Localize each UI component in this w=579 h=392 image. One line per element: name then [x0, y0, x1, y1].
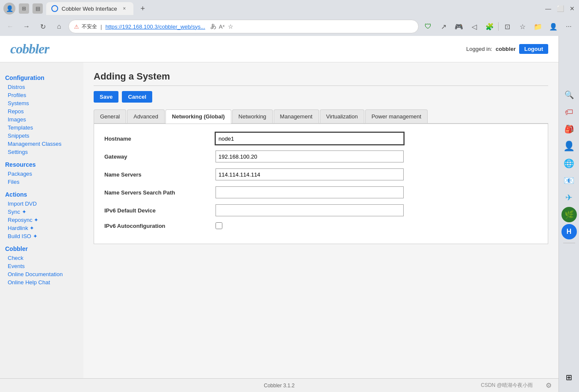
side-telegram-icon[interactable]: ✈	[561, 190, 577, 205]
sidebar-item-check[interactable]: Check	[5, 254, 78, 262]
side-blue-icon[interactable]: H	[561, 224, 577, 239]
sidebar-item-online-help-chat[interactable]: Online Help Chat	[5, 278, 78, 286]
side-bottom-icon1[interactable]: ⊞	[561, 370, 577, 385]
tab-power-management[interactable]: Power management	[365, 109, 428, 123]
action-buttons: Save Cancel	[94, 91, 548, 103]
footer-attribution: CSDN @晴湖今夜小雨	[481, 382, 533, 389]
toolbar-divider	[498, 22, 499, 31]
security-warning-icon: ⚠	[74, 24, 79, 30]
hostname-row: Hostname	[104, 133, 538, 144]
browser-tab[interactable]: Cobbler Web Interface ×	[46, 2, 133, 15]
extensions-icon[interactable]: ⊞	[19, 3, 29, 14]
ipv6-default-device-row: IPv6 Default Device	[104, 204, 538, 216]
form-panel: Hostname Gateway Name Servers Na	[94, 124, 548, 244]
hostname-input[interactable]	[216, 133, 404, 144]
sidebar-item-management-classes[interactable]: Management Classes	[5, 140, 78, 148]
sidebar-cobbler-title: Cobbler	[5, 245, 78, 252]
sidebar-item-import-dvd[interactable]: Import DVD	[5, 200, 78, 208]
side-bottom-icon2[interactable]: ↗	[561, 387, 577, 392]
tab-virtualization[interactable]: Virtualization	[320, 109, 364, 123]
name-servers-search-path-label: Name Servers Search Path	[104, 189, 216, 196]
sidebar-item-images[interactable]: Images	[5, 115, 78, 124]
side-color-icon[interactable]: 🏷	[561, 104, 577, 120]
sidebar-item-build-iso[interactable]: Build ISO ✦	[5, 232, 78, 240]
tab-networking[interactable]: Networking	[232, 109, 273, 123]
split-view-icon[interactable]: ⊡	[500, 20, 514, 33]
extensions-button[interactable]: 🧩	[483, 20, 496, 33]
side-user-icon[interactable]: 👤	[561, 139, 577, 154]
sidebar-item-events[interactable]: Events	[5, 262, 78, 270]
name-servers-label: Name Servers	[104, 171, 216, 178]
home-button[interactable]: ⌂	[52, 20, 66, 33]
tabs-bar: General Advanced Networking (Global) Net…	[94, 109, 548, 124]
refresh-button[interactable]: ↻	[36, 20, 50, 33]
translate-icon[interactable]: あ	[210, 23, 216, 30]
name-servers-search-path-input[interactable]	[216, 186, 404, 198]
minimize-button[interactable]: —	[545, 5, 552, 12]
sidebar-item-packages[interactable]: Packages	[5, 170, 78, 178]
new-tab-button[interactable]: +	[137, 3, 149, 15]
forward-button[interactable]: →	[20, 20, 33, 33]
footer-gear-icon[interactable]: ⚙	[546, 381, 552, 389]
cancel-button[interactable]: Cancel	[122, 91, 152, 103]
browser-action-3[interactable]: ◁	[467, 20, 481, 33]
side-divider	[563, 243, 575, 243]
sidebar-item-distros[interactable]: Distros	[5, 83, 78, 91]
ipv6-autoconfig-row: IPv6 Autoconfiguration	[104, 222, 538, 229]
sidebar-item-templates[interactable]: Templates	[5, 124, 78, 132]
tab-networking-global[interactable]: Networking (Global)	[165, 109, 231, 124]
sidebar-actions-title: Actions	[5, 191, 78, 198]
sidebar-resources-title: Resources	[5, 161, 78, 168]
profile-button[interactable]: 👤	[547, 20, 560, 33]
sidebar-item-files[interactable]: Files	[5, 178, 78, 186]
back-button[interactable]: ←	[3, 20, 17, 33]
address-bar[interactable]: ⚠ 不安全 | https://192.168.100.3/cobbler_we…	[68, 20, 419, 33]
save-button[interactable]: Save	[94, 91, 118, 103]
sidebar-item-reposync[interactable]: Reposync ✦	[5, 216, 78, 224]
side-outlook-icon[interactable]: 📧	[561, 173, 577, 188]
sidebar-item-profiles[interactable]: Profiles	[5, 91, 78, 99]
name-servers-input[interactable]	[216, 168, 404, 180]
menu-button[interactable]: ···	[562, 20, 576, 33]
tab-loading-icon	[51, 5, 58, 12]
tab-general[interactable]: General	[94, 109, 126, 123]
side-bag-icon[interactable]: 🎒	[561, 121, 577, 137]
main-content: Adding a System Save Cancel General Adva…	[83, 62, 558, 378]
logout-button[interactable]: Logout	[519, 44, 548, 54]
star-icon[interactable]: ☆	[228, 23, 233, 30]
ipv6-default-device-input[interactable]	[216, 204, 404, 216]
sidebar-toggle-icon[interactable]: ▤	[32, 3, 43, 14]
gateway-row: Gateway	[104, 150, 538, 162]
ipv6-autoconfig-label: IPv6 Autoconfiguration	[104, 223, 216, 229]
collections-icon[interactable]: 📁	[531, 20, 545, 33]
sidebar-item-systems[interactable]: Systems	[5, 99, 78, 107]
shield-icon[interactable]: 🛡	[421, 20, 435, 33]
ipv6-default-device-label: IPv6 Default Device	[104, 207, 216, 214]
ipv6-autoconfig-checkbox[interactable]	[216, 222, 222, 229]
browser-action-2[interactable]: 🎮	[452, 20, 466, 33]
sidebar-item-settings[interactable]: Settings	[5, 148, 78, 156]
footer: Cobbler 3.1.2 CSDN @晴湖今夜小雨 ⚙	[0, 378, 558, 392]
address-text[interactable]: https://192.168.100.3/cobbler_web/sys...	[105, 24, 205, 30]
side-sphere-icon[interactable]: 🌐	[561, 156, 577, 171]
favorites-icon[interactable]: ☆	[516, 20, 529, 33]
tab-management[interactable]: Management	[274, 109, 319, 123]
restore-button[interactable]: ⬜	[557, 5, 564, 12]
sidebar-item-snippets[interactable]: Snippets	[5, 132, 78, 140]
name-servers-row: Name Servers	[104, 168, 538, 180]
tab-title: Cobbler Web Interface	[62, 6, 117, 12]
sidebar: Configuration Distros Profiles Systems R…	[0, 62, 83, 378]
read-mode-icon[interactable]: Aˣ	[219, 24, 225, 30]
title-divider	[94, 85, 548, 86]
browser-action-1[interactable]: ↗	[437, 20, 450, 33]
sidebar-item-online-documentation[interactable]: Online Documentation	[5, 270, 78, 278]
sidebar-item-sync[interactable]: Sync ✦	[5, 208, 78, 216]
sidebar-item-hardlink[interactable]: Hardlink ✦	[5, 224, 78, 232]
close-button[interactable]: ✕	[569, 5, 576, 12]
gateway-input[interactable]	[216, 150, 404, 162]
tab-close-button[interactable]: ×	[121, 5, 128, 12]
side-search-icon[interactable]: 🔍	[561, 87, 577, 103]
side-green-icon[interactable]: 🌿	[561, 207, 577, 222]
tab-advanced[interactable]: Advanced	[127, 109, 165, 123]
sidebar-item-repos[interactable]: Repos	[5, 107, 78, 115]
